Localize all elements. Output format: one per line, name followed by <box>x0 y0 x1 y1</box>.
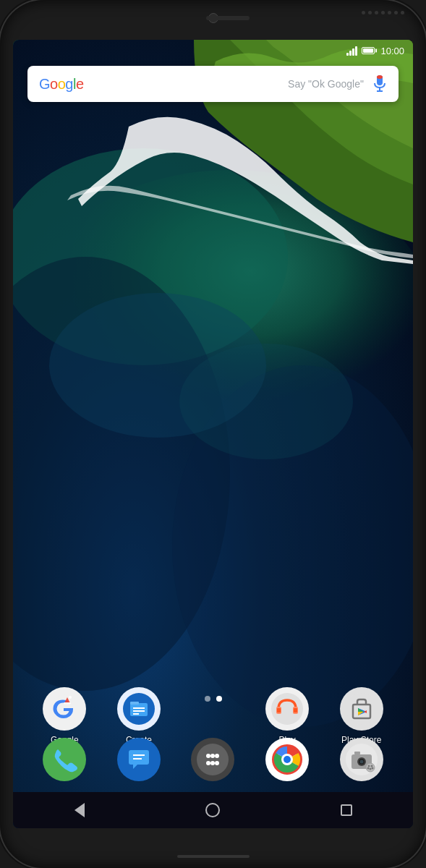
hardware-dots <box>362 11 404 14</box>
google-icon <box>43 687 86 731</box>
svg-point-38 <box>210 754 215 758</box>
bottom-indicator-bar <box>177 855 250 858</box>
svg-rect-17 <box>130 702 139 705</box>
svg-point-40 <box>206 761 210 765</box>
status-bar: 10:00 <box>13 40 413 61</box>
svg-point-14 <box>69 696 72 699</box>
svg-point-21 <box>271 693 303 725</box>
svg-point-56 <box>367 767 369 770</box>
svg-point-55 <box>370 765 372 767</box>
svg-point-41 <box>210 761 215 765</box>
messages-icon <box>117 738 161 781</box>
svg-point-57 <box>369 768 371 770</box>
svg-point-39 <box>215 754 219 758</box>
phone-device: 10:00 Google Say "Ok Google" <box>0 0 426 868</box>
phone-screen: 10:00 Google Say "Ok Google" <box>13 40 413 828</box>
recents-button[interactable] <box>336 799 357 821</box>
search-hint: Say "Ok Google" <box>288 78 364 90</box>
svg-point-37 <box>206 754 210 758</box>
google-logo: Google <box>39 76 84 93</box>
status-time: 10:00 <box>380 46 404 56</box>
home-button[interactable] <box>202 799 223 821</box>
earpiece-speaker <box>206 16 250 20</box>
dock-chrome[interactable] <box>265 738 309 781</box>
svg-rect-24 <box>277 708 281 712</box>
svg-rect-52 <box>354 752 360 754</box>
dock-phone[interactable] <box>43 738 86 781</box>
microphone-icon[interactable] <box>372 75 387 93</box>
svg-point-32 <box>48 744 80 775</box>
launcher-icon <box>191 738 234 781</box>
camera-icon <box>340 738 383 781</box>
google-search-bar[interactable]: Google Say "Ok Google" <box>27 66 399 102</box>
svg-point-42 <box>215 761 219 765</box>
recents-icon <box>341 804 352 816</box>
svg-point-53 <box>366 763 375 772</box>
dock-messages[interactable] <box>117 738 161 781</box>
svg-point-46 <box>284 756 291 763</box>
dock-launcher[interactable] <box>191 738 234 781</box>
status-icons: 10:00 <box>346 46 404 56</box>
create-icon <box>117 687 161 731</box>
svg-rect-25 <box>294 708 297 712</box>
svg-point-51 <box>359 760 363 764</box>
dock-camera[interactable] <box>340 738 383 781</box>
battery-icon <box>362 47 375 54</box>
svg-point-54 <box>367 765 370 767</box>
signal-icon <box>346 46 357 56</box>
play-music-icon <box>265 687 309 731</box>
svg-point-36 <box>197 744 229 775</box>
chrome-icon <box>265 738 309 781</box>
svg-rect-8 <box>377 75 383 79</box>
play-store-icon <box>340 687 383 731</box>
back-button[interactable] <box>69 799 90 821</box>
svg-point-26 <box>346 693 378 725</box>
navigation-bar <box>13 792 413 828</box>
phone-icon <box>43 738 86 781</box>
svg-point-6 <box>179 344 353 459</box>
home-icon <box>205 803 220 817</box>
svg-point-58 <box>371 767 373 770</box>
dock <box>20 727 406 792</box>
back-icon <box>74 803 85 817</box>
svg-rect-13 <box>64 702 71 705</box>
